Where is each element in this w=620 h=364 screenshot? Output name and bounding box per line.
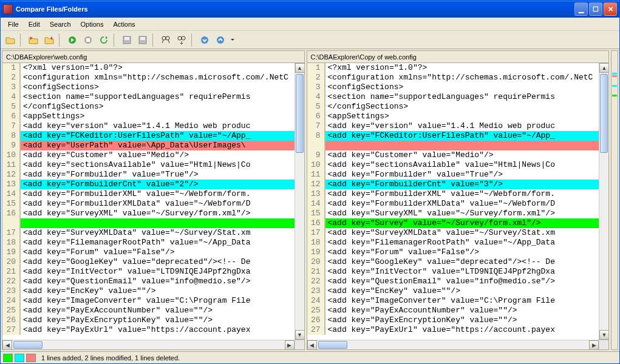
code-line[interactable]: 13 <add key="FormbuilderCnt" value="2"/> [2, 180, 295, 189]
scroll-thumb[interactable] [296, 74, 304, 153]
code-line[interactable]: 2<configuration xmlns="http://schemas.mi… [307, 73, 599, 83]
code-line[interactable]: 17 <add key="SurveyXMLData" value="~/Sur… [2, 228, 295, 238]
code-line[interactable]: 25 <add key="PayExAccountNumber" value="… [307, 306, 599, 315]
scroll-thumb[interactable] [318, 341, 347, 349]
maximize-button[interactable]: ☐ [589, 2, 602, 16]
find-next-icon[interactable] [174, 33, 189, 47]
diff-overview-strip[interactable] [611, 50, 618, 350]
save-right-icon[interactable] [135, 33, 150, 47]
stop-icon[interactable] [81, 33, 95, 47]
open-left-icon[interactable] [26, 33, 41, 47]
scroll-thumb[interactable] [600, 74, 608, 153]
code-line[interactable]: 20 <add key="GoogleKey" value="deprecate… [307, 257, 599, 267]
scroll-thumb[interactable] [13, 341, 43, 349]
code-line[interactable]: 23 <add key="EncKey" value=""/> [307, 286, 599, 296]
code-line[interactable]: 22 <add key="QuestionEmail" value="info@… [307, 277, 599, 286]
code-line[interactable]: 6 <appSettings> [307, 112, 599, 121]
code-line[interactable]: 18 <add key="FilemanagerRootPath" value=… [307, 238, 599, 248]
menu-options[interactable]: Options [76, 19, 109, 29]
code-line[interactable]: 16 <add key="SurveyXML" value="~/Survey/… [2, 209, 295, 218]
code-line[interactable]: 9 <add key="Customer" value="Medio"/> [307, 150, 599, 160]
code-line[interactable]: 21 <add key="InitVector" value="LTD9NIQE… [307, 267, 599, 277]
code-line[interactable]: 13 <add key="FormbuilderXML" value="~/We… [307, 189, 599, 199]
code-line[interactable]: 26 <add key="PayExEncryptionKey" value="… [307, 315, 599, 325]
next-diff-down-icon[interactable] [197, 33, 212, 47]
title-bar[interactable]: Compare Files/Folders ▁ ☐ ✕ [1, 1, 619, 18]
go-icon[interactable] [65, 33, 80, 47]
code-line[interactable]: 18 <add key="FilemanagerRootPath" value=… [2, 238, 295, 248]
scroll-track[interactable] [317, 340, 590, 349]
code-line[interactable]: 1<?xml version="1.0"?> [307, 63, 599, 73]
code-line[interactable]: 10 <add key="Customer" value="Medio"/> [2, 150, 295, 160]
open-right-icon[interactable] [42, 33, 56, 47]
prev-diff-up-icon[interactable] [213, 33, 228, 47]
scroll-right-icon[interactable]: ▶ [285, 340, 295, 349]
code-line[interactable]: 7 <add key="version" value="1.4.1 Medio … [2, 121, 295, 131]
close-button[interactable]: ✕ [604, 2, 617, 16]
code-line[interactable]: 15 <add key="FormbuilderXMLData" value="… [2, 199, 295, 209]
code-line[interactable]: 24 <add key="ImageConverter" value="C:\P… [2, 296, 295, 306]
scroll-track[interactable] [295, 73, 304, 330]
code-line[interactable]: 17 <add key="SurveyXMLData" value="~/Sur… [307, 228, 599, 238]
open-folder-icon[interactable] [3, 33, 18, 47]
scroll-up-icon[interactable]: ▲ [295, 63, 304, 73]
left-code-area[interactable]: 1<?xml version="1.0"?>2<configuration xm… [2, 63, 295, 340]
code-line[interactable]: 8 <add key="FCKeditor:UserFilesPath" val… [2, 131, 295, 141]
right-vscrollbar[interactable]: ▲ ▼ [599, 63, 608, 340]
menu-file[interactable]: File [3, 19, 24, 29]
code-line[interactable]: 11 <add key="Formbuilder" value="True"/> [307, 170, 599, 180]
code-line[interactable]: 19 <add key="Forum" value="False"/> [2, 248, 295, 257]
code-line[interactable]: 14 <add key="FormbuilderXMLData" value="… [307, 199, 599, 209]
menu-edit[interactable]: Edit [24, 19, 45, 29]
code-line[interactable]: 5 </configSections> [2, 102, 295, 112]
code-line[interactable]: 27 <add key="PayExUrl" value="https://ac… [2, 325, 295, 335]
code-line[interactable]: 26 <add key="PayExEncryptionKey" value="… [2, 315, 295, 325]
code-line[interactable]: 14 <add key="FormbuilderXML" value="~/We… [2, 189, 295, 199]
dropdown-arrow-icon[interactable] [229, 33, 236, 47]
code-line[interactable]: 22 <add key="QuestionEmail" value="info@… [2, 277, 295, 286]
scroll-down-icon[interactable]: ▼ [599, 330, 608, 340]
code-line[interactable]: 15 <add key="SurveyXML" value="~/Survey/… [307, 209, 599, 218]
code-line[interactable]: 11 <add key="sectionsAvailable" value="H… [2, 160, 295, 170]
code-line[interactable]: 23 <add key="EncKey" value=""/> [2, 286, 295, 296]
code-line[interactable]: 4 <section name="supportedLanguages" req… [307, 92, 599, 102]
code-line[interactable]: 1<?xml version="1.0"?> [2, 63, 295, 73]
left-vscrollbar[interactable]: ▲ ▼ [295, 63, 304, 340]
scroll-up-icon[interactable]: ▲ [599, 63, 608, 73]
code-line[interactable]: 2<configuration xmlns="http://schemas.mi… [2, 73, 295, 83]
code-line[interactable]: 12 <add key="FormbuilderCnt" value="3"/> [307, 180, 599, 189]
code-line[interactable]: 27 <add key="PayExUrl" value="https://ac… [307, 325, 599, 335]
left-hscrollbar[interactable]: ◀ ▶ [2, 340, 295, 349]
find-icon[interactable] [158, 33, 173, 47]
right-path-header[interactable]: C:\DBAExplorer\Copy of web.config [307, 51, 609, 63]
code-line[interactable]: 4 <section name="supportedLanguages" req… [2, 92, 295, 102]
scroll-track[interactable] [599, 73, 608, 330]
code-line[interactable]: 25 <add key="PayExAccountNumber" value="… [2, 306, 295, 315]
code-line[interactable]: 3 <configSections> [307, 83, 599, 92]
code-line[interactable] [307, 141, 599, 150]
code-line[interactable]: 24 <add key="ImageConverter" value="C:\P… [307, 296, 599, 306]
scroll-left-icon[interactable]: ◀ [2, 340, 12, 349]
left-path-header[interactable]: C:\DBAExplorer\web.config [2, 51, 304, 63]
menu-actions[interactable]: Actions [108, 19, 140, 29]
scroll-right-icon[interactable]: ▶ [589, 340, 599, 349]
code-line[interactable]: 9 <add key="UserPath" value=\App_Data\Us… [2, 141, 295, 150]
scroll-left-icon[interactable]: ◀ [307, 340, 317, 349]
scroll-track[interactable] [12, 340, 285, 349]
right-code-area[interactable]: 1<?xml version="1.0"?>2<configuration xm… [307, 63, 599, 340]
minimize-button[interactable]: ▁ [574, 2, 588, 16]
code-line[interactable]: 21 <add key="InitVector" value="LTD9NIQE… [2, 267, 295, 277]
save-left-icon[interactable] [120, 33, 134, 47]
code-line[interactable]: 6 <appSettings> [2, 112, 295, 121]
code-line[interactable] [2, 218, 295, 228]
right-hscrollbar[interactable]: ◀ ▶ [307, 340, 599, 349]
code-line[interactable]: 20 <add key="GoogleKey" value="deprecate… [2, 257, 295, 267]
code-line[interactable]: 3 <configSections> [2, 83, 295, 92]
code-line[interactable]: 10 <add key="sectionsAvailable" value="H… [307, 160, 599, 170]
code-line[interactable]: 12 <add key="Formbuilder" value="True"/> [2, 170, 295, 180]
code-line[interactable]: 5 </configSections> [307, 102, 599, 112]
refresh-icon[interactable] [97, 33, 111, 47]
menu-search[interactable]: Search [45, 19, 76, 29]
code-line[interactable]: 16 <add key="Survey" value="~/Survey/for… [307, 218, 599, 228]
code-line[interactable]: 19 <add key="Forum" value="False"/> [307, 248, 599, 257]
